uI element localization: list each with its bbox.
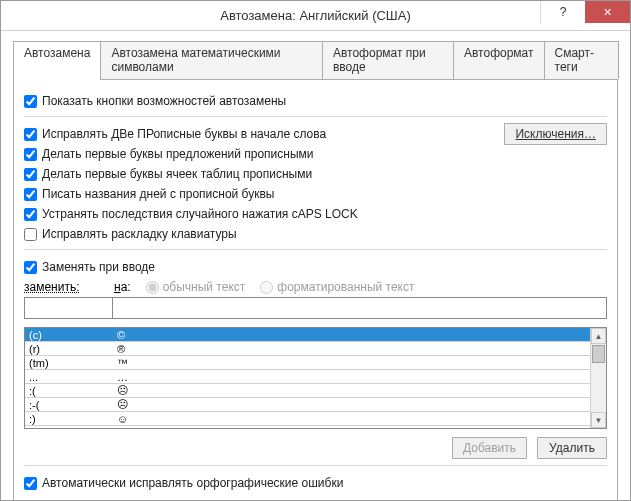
label-two-caps: Исправлять ДВе ПРописные буквы в начале … [42, 127, 326, 141]
cell-b: © [113, 329, 590, 341]
cell-a: :( [25, 385, 113, 397]
scroll-up-icon[interactable]: ▲ [591, 328, 606, 344]
cell-a: :) [25, 413, 113, 425]
cell-a: ... [25, 371, 113, 383]
cell-b: ☺ [113, 413, 590, 425]
cell-b: ☹ [113, 398, 590, 411]
scroll-down-icon[interactable]: ▼ [591, 412, 606, 428]
checkbox-table-cell-caps[interactable] [24, 168, 37, 181]
label-keyboard-layout: Исправлять раскладку клавиатуры [42, 227, 237, 241]
tab-smart-tags[interactable]: Смарт-теги [544, 41, 620, 79]
list-actions: Добавить Удалить [24, 437, 607, 459]
checkbox-two-caps[interactable] [24, 128, 37, 141]
input-row [24, 297, 607, 319]
list-row-selected[interactable]: (c) © [25, 328, 590, 342]
list-row[interactable]: :) ☺ [25, 412, 590, 426]
replacements-list[interactable]: (c) © (r) ® (tm) ™ ... … :( ☹ [24, 327, 607, 429]
divider [24, 116, 607, 117]
cell-a: :-( [25, 399, 113, 411]
exceptions-text: Исключения… [515, 127, 596, 141]
exceptions-button[interactable]: Исключения… [504, 123, 607, 145]
label-auto-spell: Автоматически исправлять орфографические… [42, 476, 343, 490]
list-row[interactable]: :-( ☹ [25, 398, 590, 412]
help-button[interactable]: ? [540, 1, 585, 23]
list-row[interactable]: (r) ® [25, 342, 590, 356]
cell-a: (r) [25, 343, 113, 355]
cell-b: ™ [113, 357, 590, 369]
tab-autoformat-typing[interactable]: Автоформат при вводе [322, 41, 454, 79]
scroll-thumb[interactable] [592, 345, 605, 363]
tab-strip: Автозамена Автозамена математическими си… [13, 41, 618, 80]
tab-autocorrect[interactable]: Автозамена [13, 41, 101, 80]
label-table-cell-caps: Делать первые буквы ячеек таблиц прописн… [42, 167, 312, 181]
list-body: (c) © (r) ® (tm) ™ ... … :( ☹ [25, 328, 590, 428]
label-replace-col: заменить: [24, 280, 80, 294]
label-caps-lock: Устранять последствия случайного нажатия… [42, 207, 358, 221]
list-row[interactable]: :( ☹ [25, 384, 590, 398]
titlebar-buttons: ? × [540, 1, 630, 23]
add-button[interactable]: Добавить [452, 437, 527, 459]
checkbox-day-names[interactable] [24, 188, 37, 201]
cell-b: … [113, 371, 590, 383]
list-row[interactable]: (tm) ™ [25, 356, 590, 370]
checkbox-caps-lock[interactable] [24, 208, 37, 221]
cell-b: ® [113, 343, 590, 355]
cell-a: (tm) [25, 357, 113, 369]
cell-a: (c) [25, 329, 113, 341]
column-labels: заменить: на: обычный текст форматирован… [24, 280, 607, 294]
divider-2 [24, 249, 607, 250]
label-sentence-caps: Делать первые буквы предложений прописны… [42, 147, 314, 161]
delete-button[interactable]: Удалить [537, 437, 607, 459]
cell-b: ☹ [113, 384, 590, 397]
input-with[interactable] [112, 297, 607, 319]
label-show-buttons: Показать кнопки возможностей автозамены [42, 94, 286, 108]
label-day-names: Писать названия дней с прописной буквы [42, 187, 274, 201]
label-plain-text: обычный текст [163, 280, 246, 294]
radio-formatted-text[interactable] [260, 281, 273, 294]
checkbox-sentence-caps[interactable] [24, 148, 37, 161]
tab-panel-autocorrect: Показать кнопки возможностей автозамены … [13, 80, 618, 501]
checkbox-show-buttons[interactable] [24, 95, 37, 108]
input-replace[interactable] [24, 297, 112, 319]
divider-3 [24, 465, 607, 466]
scrollbar[interactable]: ▲ ▼ [590, 328, 606, 428]
window-title: Автозамена: Английский (США) [1, 8, 630, 23]
label-formatted-text: форматированный текст [277, 280, 414, 294]
list-row[interactable]: ... … [25, 370, 590, 384]
checkbox-auto-spell[interactable] [24, 477, 37, 490]
title-bar: Автозамена: Английский (США) ? × [1, 1, 630, 31]
checkbox-replace-on-type[interactable] [24, 261, 37, 274]
radio-plain-text[interactable] [146, 281, 159, 294]
label-replace-on-type: Заменять при вводе [42, 260, 155, 274]
dialog-content: Автозамена Автозамена математическими си… [1, 31, 630, 501]
checkbox-keyboard-layout[interactable] [24, 228, 37, 241]
tab-autoformat[interactable]: Автоформат [453, 41, 545, 79]
close-button[interactable]: × [585, 1, 630, 23]
tab-math-autocorrect[interactable]: Автозамена математическими символами [100, 41, 323, 79]
label-with-col: на: [114, 280, 131, 294]
